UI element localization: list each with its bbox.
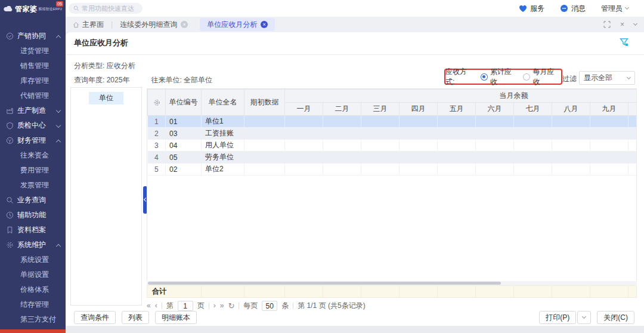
- sidebar-item-xiaoshou[interactable]: 销售管理: [0, 58, 66, 73]
- radio-icon[interactable]: [481, 73, 488, 81]
- col-header-month[interactable]: 五月: [438, 103, 476, 116]
- radio-cumulative[interactable]: 累计应收: [481, 67, 519, 87]
- close-icon[interactable]: ×: [181, 21, 188, 28]
- user-menu[interactable]: 管理员: [601, 4, 628, 14]
- app-logo: 管家婆 辉煌智造ERP2 05: [0, 0, 66, 18]
- next-page-button[interactable]: ›: [213, 301, 216, 310]
- gear-icon: [153, 99, 160, 106]
- col-header-unit-name[interactable]: 单位全名: [202, 90, 244, 116]
- tab-tools: ×: [603, 20, 644, 29]
- sidebar-item-wanglaizijin[interactable]: 往来资金: [0, 148, 66, 163]
- prev-page-button[interactable]: ‹: [155, 301, 157, 310]
- logo-title: 管家婆: [15, 4, 38, 14]
- query-conditions-button[interactable]: 查询条件: [74, 311, 116, 324]
- shield-icon: [6, 122, 14, 130]
- cloud-logo-icon: [4, 6, 13, 12]
- chevron-down-icon: [56, 123, 61, 128]
- divider: [293, 303, 293, 309]
- last-page-button[interactable]: »: [220, 301, 224, 310]
- query-meta: 查询年度: 2025年 往来单位: 全部单位: [74, 75, 212, 85]
- main-panel: 单位应收月分析 分析类型: 应收分析 查询年度: 2025年 往来单位: 全部单…: [66, 32, 644, 326]
- radio-monthly[interactable]: 每月应收: [523, 67, 561, 87]
- col-header-month[interactable]: 九月: [590, 103, 628, 116]
- filter-label: 过滤: [562, 74, 577, 84]
- gear-icon: [6, 241, 14, 249]
- horizontal-scrollbar[interactable]: [147, 281, 637, 285]
- tab-danweiyingshou[interactable]: 单位应收月分析 ×: [200, 18, 275, 31]
- filter-select[interactable]: 显示全部: [579, 71, 635, 85]
- col-header-month[interactable]: 十月: [628, 103, 637, 116]
- sidebar-item-danjushezhi[interactable]: 单据设置: [0, 267, 66, 282]
- home-icon: [73, 21, 79, 28]
- list-button[interactable]: 列表: [122, 311, 149, 324]
- col-header-month[interactable]: 四月: [400, 103, 438, 116]
- chevron-down-icon[interactable]: [633, 21, 637, 26]
- sidebar-item-kucun[interactable]: 库存管理: [0, 73, 66, 88]
- detail-ledger-button[interactable]: 明细账本: [155, 311, 197, 324]
- close-all-icon[interactable]: ×: [620, 20, 624, 29]
- scrollbar-thumb[interactable]: [148, 282, 501, 285]
- table-row[interactable]: 502单位2: [148, 164, 637, 175]
- col-header-month[interactable]: 六月: [476, 103, 514, 116]
- print-dropdown-button[interactable]: [577, 311, 591, 324]
- sidebar-item-chanxiaoxietong[interactable]: 产销协同: [0, 29, 66, 44]
- sidebar-item-jiecunguanli[interactable]: 结存管理: [0, 297, 66, 312]
- col-header-initial[interactable]: 期初数据: [244, 90, 285, 116]
- tree-root-unit[interactable]: 单位: [89, 92, 123, 104]
- heart-icon: [519, 5, 527, 13]
- col-header-unit-code[interactable]: 单位编号: [166, 90, 202, 116]
- sidebar-item-daixiao[interactable]: 代销管理: [0, 88, 66, 103]
- radio-icon[interactable]: [523, 73, 530, 81]
- messages-button[interactable]: 消息: [560, 4, 586, 14]
- col-header-month[interactable]: 一月: [285, 103, 323, 116]
- data-grid: 单位编号 单位全名 期初数据 当月余额 一月 二月 三月 四月 五月 六月 七月…: [147, 88, 637, 280]
- sidebar-item-caiwu[interactable]: 财务管理: [0, 133, 66, 148]
- table-row[interactable]: 405劳务单位: [148, 152, 637, 164]
- divider: [239, 303, 239, 309]
- first-page-button[interactable]: «: [147, 301, 151, 310]
- service-button[interactable]: 服务: [519, 4, 544, 14]
- search-input[interactable]: 常用功能快速直达: [69, 3, 143, 14]
- table-row[interactable]: 304用人单位: [148, 140, 637, 152]
- sidebar-item-zhijian[interactable]: 质检中心: [0, 118, 66, 133]
- sidebar-item-jinhuo[interactable]: 进货管理: [0, 44, 66, 58]
- col-header-month[interactable]: 八月: [552, 103, 590, 116]
- col-group-monthly-balance: 当月余额: [285, 90, 637, 103]
- chevron-down-icon: [625, 5, 629, 10]
- fullscreen-icon[interactable]: [603, 21, 611, 28]
- sidebar: 管家婆 辉煌智造ERP2 05 产销协同 进货管理 销售管理 库存管理 代销管理…: [0, 0, 66, 333]
- tab-lianxuweiwai[interactable]: 连续委外明细查询 ×: [113, 18, 195, 31]
- sidebar-item-jiagetixi[interactable]: 价格体系: [0, 282, 66, 297]
- sidebar-item-fuzhugongneng[interactable]: 辅助功能: [0, 208, 66, 223]
- tab-home[interactable]: 主界面: [66, 20, 111, 30]
- print-button[interactable]: 打印(P): [539, 311, 576, 324]
- sidebar-item-disanfangzhifu[interactable]: 第三方支付: [0, 312, 66, 327]
- sidebar-item-xitongweihu[interactable]: 系统维护: [0, 238, 66, 252]
- sidebar-item-feiyong[interactable]: 费用管理: [0, 163, 66, 178]
- divider: [66, 54, 644, 55]
- column-settings-button[interactable]: [148, 90, 166, 116]
- sidebar-item-shengchanzhizao[interactable]: 生产制造: [0, 103, 66, 118]
- tabbar: 主界面 | 连续委外明细查询 × 单位应收月分析 × ×: [66, 17, 644, 32]
- close-icon[interactable]: ×: [261, 21, 268, 28]
- query-year: 查询年度: 2025年: [74, 75, 129, 85]
- app-window: 管家婆 辉煌智造ERP2 05 产销协同 进货管理 销售管理 库存管理 代销管理…: [0, 0, 644, 333]
- sidebar-item-fapiao[interactable]: 发票管理: [0, 178, 66, 193]
- search-placeholder: 常用功能快速直达: [82, 4, 134, 13]
- sidebar-item-xitongshezhi[interactable]: 系统设置: [0, 252, 66, 267]
- total-label: 合计: [147, 286, 201, 297]
- chat-icon: [560, 4, 568, 13]
- sidebar-item-ziliaodangan[interactable]: 资料档案: [0, 223, 66, 238]
- col-header-month[interactable]: 二月: [323, 103, 361, 116]
- sidebar-item-yewuchaxun[interactable]: 业务查询: [0, 193, 66, 208]
- col-header-month[interactable]: 七月: [514, 103, 552, 116]
- table-row[interactable]: 101单位1: [148, 116, 637, 128]
- col-header-month[interactable]: 三月: [361, 103, 400, 116]
- coin-icon: [6, 137, 14, 144]
- filter-funnel-icon[interactable]: [620, 38, 628, 47]
- table-row[interactable]: 203工资挂账: [148, 128, 637, 140]
- close-button[interactable]: 关闭(C): [597, 311, 634, 324]
- footer-toolbar: 查询条件 列表 明细账本 打印(P) 关闭(C): [66, 309, 644, 326]
- topbar: 常用功能快速直达 服务 消息 管理员: [66, 0, 644, 17]
- logo-subtitle: 辉煌智造ERP2: [39, 7, 63, 12]
